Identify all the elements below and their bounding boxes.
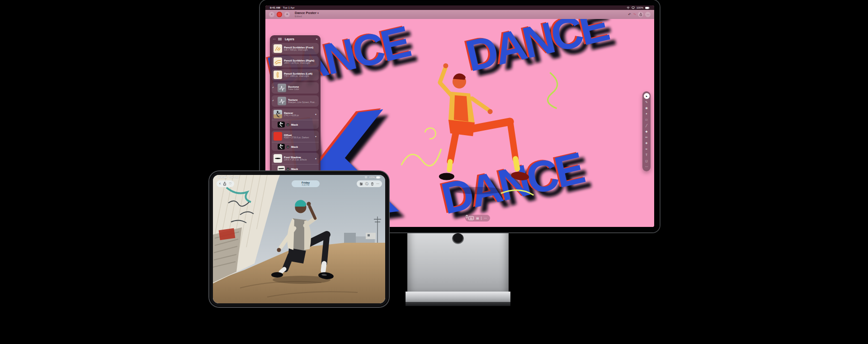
close-panel-button[interactable]: × xyxy=(316,37,318,41)
layer-row-duotone[interactable]: ↲ Duotone False Color xyxy=(272,82,319,94)
favorite-button[interactable]: ♡ xyxy=(229,182,231,185)
line-tool[interactable]: ╱ xyxy=(643,123,650,128)
share-icon xyxy=(639,13,642,16)
display-stand-base-edge xyxy=(406,302,510,306)
clock: 9:41 AM xyxy=(270,6,280,9)
redo-button[interactable]: ↷ xyxy=(633,13,636,17)
smudge-tool-icon: ❖ xyxy=(645,142,648,145)
more-options-button[interactable]: ⋯ xyxy=(484,217,487,220)
back-button[interactable]: ‹ xyxy=(269,12,274,17)
wifi-icon xyxy=(364,176,368,179)
adjustment-thumbnail xyxy=(278,84,286,92)
magic-wand-icon: ✦ xyxy=(645,113,647,116)
panel-title: Layers xyxy=(285,38,313,41)
share-button[interactable] xyxy=(638,12,643,17)
healing-tool[interactable]: ◆ xyxy=(643,129,650,134)
battery-percent: 100% xyxy=(637,6,643,9)
adjustment-thumbnail xyxy=(278,97,286,105)
photo-date-pill[interactable]: Friday 4:20 PM xyxy=(292,180,320,187)
layer-row-dancer[interactable]: Dancer 2741 × 4108 px ▾ xyxy=(272,108,319,120)
back-button[interactable]: ‹ xyxy=(219,182,221,186)
pen-tool-icon: ✒ xyxy=(645,148,647,151)
date: Tue 1 Apr xyxy=(229,176,239,179)
ipad-status-bar: 9:41 AM Tue 1 Apr 100% xyxy=(218,176,381,179)
date: Tue 1 Apr xyxy=(283,6,295,9)
selection-brush-tool[interactable]: ◉ xyxy=(643,105,650,111)
more-button[interactable]: ⋯ xyxy=(376,182,379,185)
delete-button[interactable] xyxy=(465,215,468,218)
battery-percent: 100% xyxy=(369,176,375,179)
marketing-scene: 9:41 AM Tue 1 Apr 100% xyxy=(0,0,868,344)
brush-tool[interactable]: ✏ xyxy=(643,135,650,140)
lasso-tool[interactable]: ✎ xyxy=(643,99,650,105)
ellipsis-icon: ⋯ xyxy=(646,13,649,16)
mask-row-dancer[interactable]: + Mask xyxy=(272,120,319,129)
ipad: 9:41 AM Tue 1 Apr 100% xyxy=(209,171,389,307)
healing-tool-icon: ◆ xyxy=(646,130,648,133)
share-button[interactable] xyxy=(223,182,226,186)
panel-menu-button[interactable]: ⋯ xyxy=(273,38,276,41)
photo-nav-pill: ‹ ♡ xyxy=(217,180,234,187)
plus-icon: + xyxy=(286,13,288,16)
marquee-icon: □ xyxy=(646,118,647,122)
marquee-tool[interactable]: □ xyxy=(643,117,650,123)
crop-tool-icon: ◻ xyxy=(645,160,647,163)
move-tool[interactable]: ➤ xyxy=(644,93,650,99)
app-toolbar: ‹ + Dance Poster ▾ Edited ↶ ↷ xyxy=(265,10,654,19)
tools-palette: ➤ ✎ ◉ ✦ □ ╱ ◆ ✏ ❖ ✒ T ◻ ⋯ xyxy=(642,91,651,171)
selection-brush-icon: ◉ xyxy=(645,107,648,110)
lasso-tool-icon: ✎ xyxy=(645,101,647,104)
zoom-level-button[interactable]: 50 xyxy=(468,216,474,220)
undo-button[interactable]: ↶ xyxy=(628,13,632,17)
expand-chevron-icon[interactable]: ▾ xyxy=(315,157,317,160)
layer-row-texture[interactable]: ↲ Texture Sharpen, Line Screen, Post… xyxy=(272,95,319,107)
layers-list-icon xyxy=(278,37,282,41)
display-stand xyxy=(407,229,509,292)
divider xyxy=(481,217,481,220)
clock: 9:41 AM xyxy=(218,176,227,179)
document-status: Edited xyxy=(295,15,319,18)
clip-indicator-icon: ↲ xyxy=(272,86,274,89)
add-button[interactable]: + xyxy=(284,12,290,17)
document-title: Dance Poster xyxy=(295,11,316,15)
mask-row-offset[interactable]: + Mask xyxy=(272,142,319,151)
magic-wand-tool[interactable]: ✦ xyxy=(643,111,650,117)
display-mirroring-icon xyxy=(632,6,635,9)
layer-thumbnail xyxy=(274,154,282,163)
stand-cable-hole xyxy=(452,233,464,244)
layer-row-foot-shadow[interactable]: Foot Shadow 154.6 × 25.3 px, Effects ▾ xyxy=(272,153,319,164)
dancer-photo xyxy=(213,175,385,303)
display-stand-base xyxy=(406,292,510,302)
photo-actions-pill: ⓘ ⋯ xyxy=(357,180,382,187)
home-button[interactable] xyxy=(277,12,282,17)
type-tool[interactable]: T xyxy=(643,152,650,158)
grid-view-button[interactable]: ▤ xyxy=(476,217,479,220)
info-button[interactable]: ⓘ xyxy=(365,182,368,185)
pen-tool[interactable]: ✒ xyxy=(643,146,650,152)
battery-icon xyxy=(376,176,381,179)
canvas-bottom-bar: 50 ▤ ⋯ xyxy=(465,215,490,221)
layer-row-pencil-scribbles-left[interactable]: Pencil Scribbles (Left) 770 × 1995 px, V… xyxy=(272,69,319,80)
more-tools-button[interactable]: ⋯ xyxy=(643,164,650,170)
more-button[interactable]: ⋯ xyxy=(645,12,651,17)
layers-panel: ⋯ Layers × Pencil Scribbles (Foot) 636 ×… xyxy=(270,35,321,182)
mask-badge-icon: + xyxy=(287,146,289,148)
mask-badge-icon: + xyxy=(287,123,289,126)
layer-row-offset[interactable]: Offset 4308 × 2736.8 px, Darken ▾ xyxy=(272,131,319,142)
delete-button[interactable] xyxy=(371,182,374,186)
layer-thumbnail xyxy=(274,132,282,141)
expand-chevron-icon[interactable]: ▾ xyxy=(315,135,317,138)
crop-tool[interactable]: ◻ xyxy=(643,158,650,164)
layer-row-pencil-scribbles-right[interactable]: Pencil Scribbles (Right) 1864 × 1178 px,… xyxy=(272,56,319,67)
expand-chevron-icon[interactable]: ▾ xyxy=(315,113,317,116)
brush-tool-icon: ✏ xyxy=(645,136,647,139)
smudge-tool[interactable]: ❖ xyxy=(643,141,650,146)
layer-row-pencil-scribbles-foot[interactable]: Pencil Scribbles (Foot) 636 × 409 px, Vi… xyxy=(272,43,319,54)
mask-badge-icon: + xyxy=(287,168,289,170)
battery-icon xyxy=(645,7,650,9)
clip-indicator-icon: ↲ xyxy=(272,99,274,102)
mask-thumbnail xyxy=(278,122,285,127)
adjust-button[interactable] xyxy=(359,182,363,186)
document-title-block[interactable]: Dance Poster ▾ Edited xyxy=(295,11,319,18)
layer-thumbnail xyxy=(274,71,282,79)
